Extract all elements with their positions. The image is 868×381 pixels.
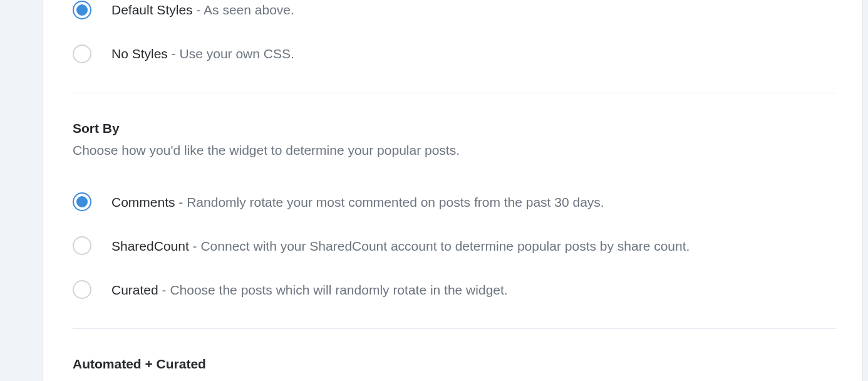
automated-desc-post: . (720, 378, 723, 381)
sort-by-title: Sort By (73, 121, 836, 136)
sort-by-desc: Choose how you'd like the widget to dete… (73, 141, 836, 159)
radio-label-title: Curated (111, 283, 158, 297)
radio-label: No Styles - Use your own CSS. (111, 45, 294, 62)
radio-no-styles[interactable]: No Styles - Use your own CSS. (73, 43, 836, 65)
section-divider (73, 93, 836, 93)
automated-title: Automated + Curated (73, 357, 836, 372)
radio-label: Curated - Choose the posts which will ra… (111, 281, 508, 298)
radio-label-title: No Styles (111, 46, 168, 61)
radio-inner-dot (76, 196, 88, 207)
radio-icon (73, 236, 91, 255)
radio-label-desc: - Connect with your SharedCount account … (189, 239, 690, 253)
radio-label-desc: - Choose the posts which will randomly r… (158, 283, 508, 297)
radio-label: SharedCount - Connect with your SharedCo… (111, 237, 690, 254)
radio-label: Comments - Randomly rotate your most com… (111, 194, 604, 211)
radio-inner-dot (76, 4, 88, 16)
custom-dimensions-link[interactable]: Custom Dimensions (602, 378, 720, 381)
radio-icon (73, 192, 91, 211)
radio-label-title: Comments (111, 195, 175, 209)
radio-icon (73, 280, 91, 299)
radio-label-desc: - As seen above. (193, 3, 294, 17)
automated-desc: Automatically add the top 5 Posts from t… (73, 377, 836, 381)
settings-panel: Default Styles - As seen above. No Style… (43, 0, 863, 381)
radio-label-desc: - Randomly rotate your most commented on… (175, 195, 604, 209)
radio-icon (73, 1, 91, 19)
section-divider (73, 328, 836, 329)
radio-comments[interactable]: Comments - Randomly rotate your most com… (73, 190, 836, 213)
radio-label-title: SharedCount (111, 239, 189, 253)
radio-sharedcount[interactable]: SharedCount - Connect with your SharedCo… (73, 234, 836, 257)
automated-desc-pre: Automatically add the top 5 Posts from t… (73, 378, 602, 381)
radio-default-styles[interactable]: Default Styles - As seen above. (73, 0, 836, 21)
radio-icon (73, 44, 91, 63)
radio-curated[interactable]: Curated - Choose the posts which will ra… (73, 278, 836, 301)
radio-label-title: Default Styles (111, 3, 193, 17)
radio-label-desc: - Use your own CSS. (168, 46, 294, 61)
radio-label: Default Styles - As seen above. (111, 1, 294, 18)
